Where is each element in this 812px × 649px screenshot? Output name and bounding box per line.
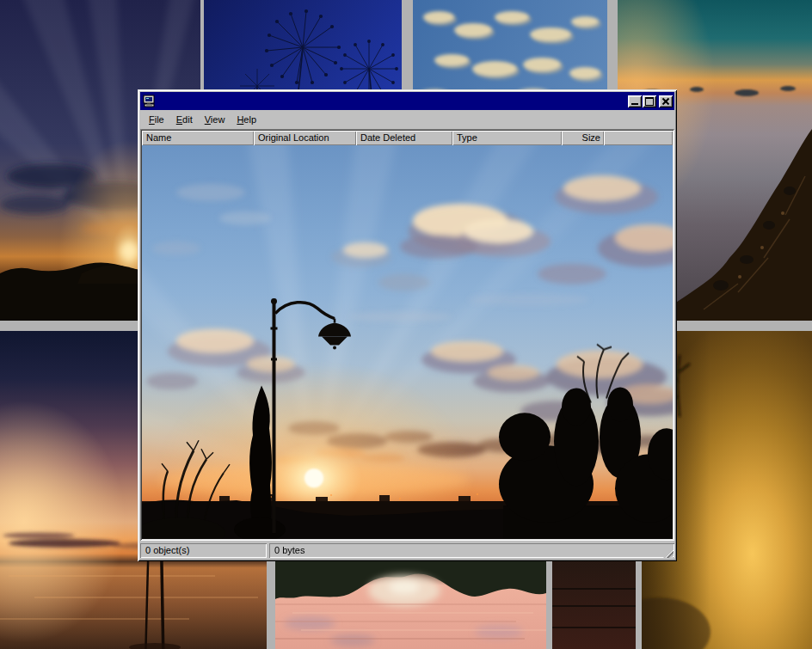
minimize-icon bbox=[631, 103, 638, 105]
close-icon bbox=[661, 97, 670, 105]
column-header-filler bbox=[604, 131, 673, 145]
column-header-date-deleted[interactable]: Date Deleted bbox=[356, 131, 452, 145]
menu-bar: File Edit View Help bbox=[140, 110, 674, 129]
status-bar: 0 object(s) 0 bytes bbox=[140, 542, 674, 559]
column-header-size[interactable]: Size bbox=[562, 131, 604, 145]
menu-item-view[interactable]: View bbox=[199, 113, 231, 126]
status-object-count: 0 object(s) bbox=[140, 543, 267, 558]
computer-icon[interactable] bbox=[142, 95, 156, 107]
column-header-original-location[interactable]: Original Location bbox=[254, 131, 356, 145]
desktop: { "colors": { "titlebar": "#000080", "wi… bbox=[0, 0, 812, 649]
column-header-type[interactable]: Type bbox=[452, 131, 562, 145]
status-size-total: 0 bytes bbox=[269, 543, 674, 558]
recycle-bin-window: File Edit View Help Name Original Locati… bbox=[138, 89, 677, 561]
list-client-area: Name Original Location Date Deleted Type… bbox=[140, 129, 674, 541]
close-button[interactable] bbox=[659, 95, 673, 107]
maximize-button[interactable] bbox=[643, 95, 656, 107]
menu-item-help[interactable]: Help bbox=[231, 113, 262, 126]
menu-item-file[interactable]: File bbox=[143, 113, 170, 126]
window-title-bar[interactable] bbox=[140, 92, 674, 110]
column-header-row: Name Original Location Date Deleted Type… bbox=[142, 131, 673, 145]
menu-item-edit[interactable]: Edit bbox=[170, 113, 199, 126]
minimize-button[interactable] bbox=[628, 95, 642, 107]
recycle-bin-background-photo: pino bbox=[142, 145, 673, 539]
maximize-icon bbox=[645, 97, 654, 106]
column-header-name[interactable]: Name bbox=[142, 131, 254, 145]
window-title-text[interactable] bbox=[158, 93, 627, 109]
list-view[interactable]: pino bbox=[142, 145, 673, 539]
